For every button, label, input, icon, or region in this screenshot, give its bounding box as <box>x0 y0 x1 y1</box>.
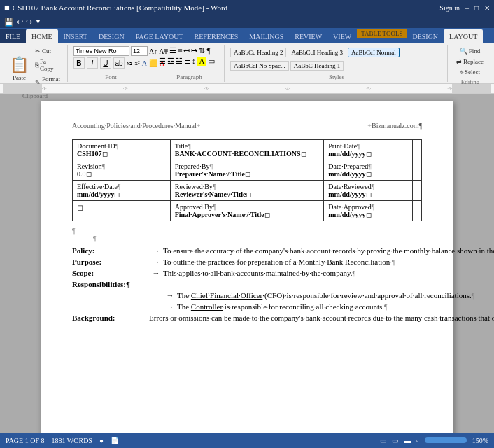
superscript-icon[interactable]: x² <box>134 59 139 66</box>
styles-buttons: AaBbCc Heading 2 AaBbCcI Heading 3 AaBbC… <box>230 46 443 72</box>
status-icon1[interactable]: ● <box>99 437 104 444</box>
zoom-level: 150% <box>472 437 488 444</box>
scope-text: This·applies·to·all·bank·accounts·mainta… <box>163 269 422 277</box>
minimize-btn[interactable]: – <box>465 4 469 12</box>
cut-button[interactable]: ✂ Cut <box>33 46 63 56</box>
content-section: Policy: → To·ensure·the·accuracy·of·the·… <box>72 246 422 322</box>
style-normal[interactable]: AaBbCcI Normal <box>348 48 400 57</box>
style-heading2[interactable]: AaBbCc Heading 2 <box>230 48 286 57</box>
view-web-icon[interactable]: ▭ <box>392 437 398 444</box>
tab-design2[interactable]: DESIGN <box>407 29 444 43</box>
tab-mailings[interactable]: MAILINGS <box>244 29 289 43</box>
multilevel-icon[interactable]: ≡ <box>178 46 182 55</box>
underline-button[interactable]: U <box>100 57 111 69</box>
clipboard-group: 📋 Paste ✂ Cut ⎘ Fa Copy ✎ Format Painter… <box>3 45 68 82</box>
font-name-row: A↑ A↓ <box>73 46 167 56</box>
paste-button[interactable]: 📋 Paste <box>7 55 31 83</box>
align-right-icon[interactable]: ☱ <box>176 57 183 66</box>
scope-row: Scope: → This·applies·to·all·bank·accoun… <box>72 269 422 277</box>
document-table: Document·ID¶ CSH107◻ Title¶ BANK·ACCOUNT… <box>72 139 422 221</box>
responsibilities-label: Responsibilities:¶ <box>72 280 149 288</box>
undo-icon[interactable]: ↩ <box>17 18 23 27</box>
style-heading1[interactable]: AaBbC Heading 1 <box>290 61 344 71</box>
restore-btn[interactable]: □ <box>474 4 479 12</box>
show-formatting-icon[interactable]: ¶ <box>206 46 210 55</box>
styles-label: Styles <box>329 72 344 80</box>
ribbon-tab-row: FILE HOME INSERT DESIGN PAGE LAYOUT REFE… <box>0 28 494 43</box>
text-effects-icon[interactable]: A <box>142 59 147 67</box>
strikethrough-button[interactable]: ab <box>113 57 125 69</box>
page-header: Accounting·Policies·and·Procedures·Manua… <box>72 122 422 130</box>
table-row: Effective·Date¶ mm/dd/yyyy◻ Reviewed·By¶… <box>73 181 422 201</box>
table-row: Revision¶ 0.0◻ Prepared·By¶ Preparer's·N… <box>73 160 422 181</box>
font-controls: A↑ A↓ B I U ab x₂ x² A 🟨 A <box>73 46 167 72</box>
subscript-icon[interactable]: x₂ <box>127 59 133 66</box>
table-cell-revision: Revision¶ 0.0◻ <box>73 160 171 181</box>
font-size-input[interactable] <box>131 46 148 56</box>
font-format-row: B I U ab x₂ x² A 🟨 A <box>73 57 164 69</box>
close-btn[interactable]: ✕ <box>484 4 490 12</box>
table-cell-prepared-by: Prepared·By¶ Preparer's·Name·/·Title◻ <box>170 160 324 181</box>
table-cell-reviewed-by: Reviewed·By¶ Reviewer's·Name·/·Title◻ <box>170 181 324 201</box>
scope-arrow: → <box>149 269 163 277</box>
resp-text1: The·Chief·Financial·Officer·(CFO)·is·res… <box>177 291 474 300</box>
word-logo: ■ <box>4 2 10 13</box>
zoom-slider[interactable] <box>425 438 467 443</box>
numbering-icon[interactable]: ☰ <box>169 46 176 55</box>
cut-icon: ✂ <box>35 48 41 55</box>
tab-references[interactable]: REFERENCES <box>189 29 244 43</box>
status-left: PAGE 1 OF 8 1881 WORDS ● 📄 <box>6 437 119 444</box>
editing-buttons: 🔍 Find ⇄ Replace ⎆ Select <box>453 46 486 77</box>
replace-button[interactable]: ⇄ Replace <box>453 57 486 66</box>
decrease-indent-icon[interactable]: ↤ <box>183 46 190 55</box>
tab-file[interactable]: FILE <box>0 29 26 43</box>
paste-label: Paste <box>13 74 26 81</box>
cut-label: Cut <box>42 48 51 55</box>
paragraph-row2: ☰ ☲ ☱ ≣ ↕ A ▭ <box>159 57 216 66</box>
quick-more-icon[interactable]: ▼ <box>35 18 41 25</box>
tab-layout[interactable]: LAYOUT <box>444 29 483 43</box>
ruler: ·1··2··3··4··5··6· <box>0 84 494 94</box>
table-cell-date-approved: Date·Approved¶ mm/dd/yyyy◻ <box>324 201 413 221</box>
style-no-spacing[interactable]: AaBbCcI No Spac... <box>230 61 289 71</box>
font-name-input[interactable] <box>73 46 129 56</box>
border-icon[interactable]: ▭ <box>208 57 215 66</box>
tab-design[interactable]: DESIGN <box>93 29 130 43</box>
justify-icon[interactable]: ≣ <box>184 57 190 66</box>
tab-page-layout[interactable]: PAGE LAYOUT <box>130 29 189 43</box>
tab-home[interactable]: HOME <box>26 29 57 43</box>
select-button[interactable]: ⎆ Select <box>457 67 483 77</box>
scope-label: Scope: <box>72 269 149 277</box>
background-text: Errors·or·omissions·can·be·made·to·the·c… <box>149 314 494 322</box>
view-outline-icon[interactable]: ▬ <box>404 437 411 444</box>
table-cell-check3 <box>413 181 422 201</box>
align-left-icon[interactable]: ☰ <box>159 57 166 66</box>
bullets-icon[interactable]: ≡ <box>164 46 168 55</box>
tab-view[interactable]: VIEW <box>327 29 357 43</box>
style-heading3[interactable]: AaBbCcI Heading 3 <box>288 48 346 57</box>
tab-review[interactable]: REVIEW <box>289 29 327 43</box>
shading-icon[interactable]: A <box>197 57 206 66</box>
bold-button[interactable]: B <box>73 57 85 69</box>
sign-in-link[interactable]: Sign in <box>439 4 460 12</box>
title-text: CSH107 Bank Account Reconciliations [Com… <box>13 4 227 12</box>
save-icon[interactable]: 💾 <box>4 18 14 27</box>
table-cell-approved-by: Approved·By¶ Final·Approver's·Name·/·Tit… <box>170 201 324 221</box>
align-center-icon[interactable]: ☲ <box>167 57 174 66</box>
find-button[interactable]: 🔍 Find <box>457 46 484 56</box>
policy-row: Policy: → To·ensure·the·accuracy·of·the·… <box>72 246 422 255</box>
paste-icon: 📋 <box>10 56 29 74</box>
view-draft-icon[interactable]: ▫ <box>416 437 419 444</box>
tab-insert[interactable]: INSERT <box>58 29 93 43</box>
paragraph-group: ≡ ☰ ≡ ↤ ↦ ⇅ ¶ ☰ ☲ ☱ ≣ ↕ A ▭ Paragraph <box>155 45 225 82</box>
view-print-icon[interactable]: ▭ <box>380 437 386 444</box>
policy-arrow: → <box>149 246 163 255</box>
status-bar: PAGE 1 OF 8 1881 WORDS ● 📄 ▭ ▭ ▬ ▫ 150% <box>0 433 494 448</box>
line-spacing-icon[interactable]: ↕ <box>192 57 196 66</box>
sort-icon[interactable]: ⇅ <box>199 46 205 55</box>
redo-icon[interactable]: ↪ <box>26 18 32 27</box>
increase-indent-icon[interactable]: ↦ <box>191 46 197 55</box>
copy-button[interactable]: ⎘ Fa Copy <box>33 57 63 74</box>
italic-button[interactable]: I <box>87 57 98 69</box>
status-icon2[interactable]: 📄 <box>111 437 119 444</box>
